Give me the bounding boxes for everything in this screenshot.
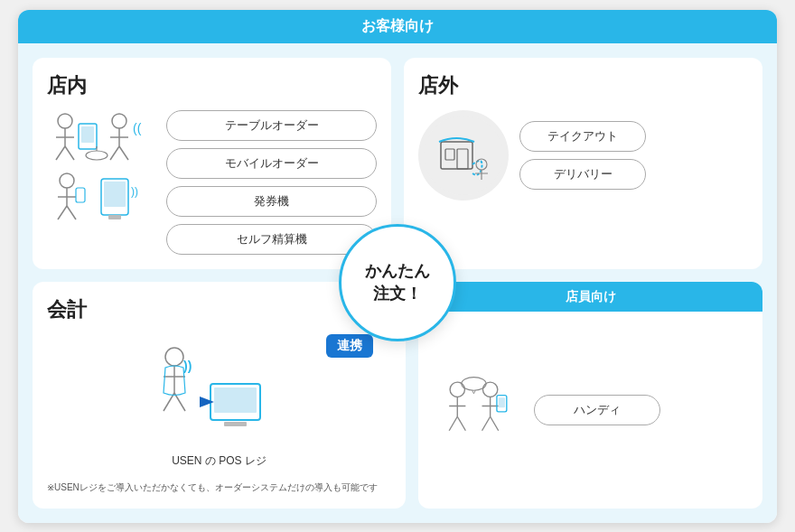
svg-point-15 bbox=[60, 173, 74, 188]
diagram-wrapper: お客様向け 店内 bbox=[18, 10, 777, 523]
indoor-icon-bottom: )) bbox=[47, 170, 155, 233]
svg-text:)): )) bbox=[131, 185, 138, 198]
indoor-buttons: テーブルオーダー モバイルオーダー 発券機 セルフ精算機 bbox=[166, 110, 377, 255]
svg-line-50 bbox=[482, 416, 491, 430]
outdoor-icon bbox=[418, 110, 509, 201]
main-content: 店内 bbox=[18, 43, 777, 523]
indoor-icons: (( bbox=[47, 110, 155, 233]
svg-text:((: (( bbox=[133, 121, 142, 135]
payment-svg: )) bbox=[138, 339, 301, 438]
outdoor-box: 店外 bbox=[404, 58, 762, 269]
payment-inner: )) bbox=[47, 334, 391, 494]
staff-buttons: ハンディ bbox=[534, 395, 660, 425]
delivery-button[interactable]: デリバリー bbox=[519, 159, 646, 190]
svg-point-0 bbox=[58, 114, 72, 128]
svg-point-54 bbox=[462, 377, 486, 390]
staff-header-label: 店員向け bbox=[566, 289, 616, 303]
indoor-inner: (( bbox=[47, 110, 377, 255]
svg-point-13 bbox=[86, 151, 108, 160]
staff-svg bbox=[433, 374, 523, 446]
staff-inner: ハンディ bbox=[418, 312, 762, 509]
ticket-machine-button[interactable]: 発券機 bbox=[166, 186, 377, 217]
store-svg bbox=[423, 115, 504, 196]
mobile-order-button[interactable]: モバイルオーダー bbox=[166, 148, 377, 179]
svg-rect-23 bbox=[108, 215, 121, 219]
payment-illustration: )) bbox=[47, 334, 391, 443]
staff-box: 店員向け bbox=[418, 282, 762, 509]
customer-header: お客様向け bbox=[18, 10, 777, 43]
svg-point-42 bbox=[450, 382, 464, 397]
svg-rect-40 bbox=[224, 422, 247, 426]
svg-line-11 bbox=[119, 146, 128, 160]
staff-header: 店員向け bbox=[418, 282, 762, 312]
svg-line-51 bbox=[491, 416, 499, 430]
indoor-icon-top: (( bbox=[47, 110, 155, 164]
indoor-box: 店内 bbox=[33, 58, 391, 269]
svg-line-3 bbox=[56, 146, 65, 160]
svg-line-4 bbox=[65, 146, 74, 160]
center-circle-text: かんたん 注文！ bbox=[365, 260, 430, 305]
outdoor-title: 店外 bbox=[418, 72, 748, 99]
svg-line-10 bbox=[110, 146, 119, 160]
svg-line-45 bbox=[449, 416, 457, 430]
svg-rect-20 bbox=[76, 188, 85, 202]
svg-line-46 bbox=[457, 416, 465, 430]
renraku-badge: 連携 bbox=[326, 334, 373, 358]
footnote: ※USENレジをご導入いただかなくても、オーダーシステムだけの導入も可能です bbox=[47, 481, 391, 494]
takeout-button[interactable]: テイクアウト bbox=[519, 121, 646, 152]
center-circle: かんたん 注文！ bbox=[339, 224, 456, 341]
indoor-title: 店内 bbox=[47, 72, 377, 99]
svg-rect-22 bbox=[104, 182, 126, 207]
self-checkout-button[interactable]: セルフ精算機 bbox=[166, 224, 377, 255]
svg-point-25 bbox=[424, 116, 503, 195]
svg-rect-39 bbox=[214, 387, 257, 413]
svg-line-19 bbox=[67, 206, 76, 219]
svg-line-18 bbox=[58, 206, 67, 219]
handy-button[interactable]: ハンディ bbox=[534, 395, 660, 425]
svg-point-47 bbox=[482, 382, 497, 397]
outdoor-inner: テイクアウト デリバリー bbox=[418, 110, 748, 201]
svg-point-7 bbox=[112, 114, 126, 128]
svg-text:)): )) bbox=[183, 359, 192, 373]
svg-point-32 bbox=[165, 348, 183, 366]
payment-title: 会計 bbox=[47, 296, 391, 323]
staff-icon bbox=[433, 374, 523, 446]
outdoor-buttons: テイクアウト デリバリー bbox=[519, 121, 646, 190]
customer-label: お客様向け bbox=[361, 18, 434, 33]
svg-rect-6 bbox=[81, 126, 94, 143]
svg-rect-53 bbox=[499, 397, 505, 407]
pos-label: USEN の POS レジ bbox=[47, 453, 391, 469]
table-order-button[interactable]: テーブルオーダー bbox=[166, 110, 377, 141]
